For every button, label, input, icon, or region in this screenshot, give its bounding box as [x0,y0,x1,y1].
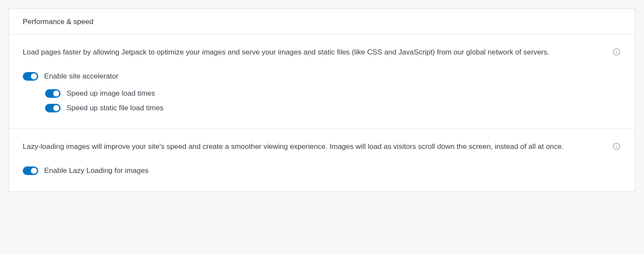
performance-speed-panel: Performance & speed Load pages faster by… [9,9,635,192]
svg-point-2 [617,50,617,51]
info-icon[interactable] [612,47,621,57]
speed-up-static-label: Speed up static file load times [67,103,164,113]
speed-up-images-toggle[interactable] [45,89,61,98]
enable-site-accelerator-toggle[interactable] [23,72,38,81]
accelerator-description: Load pages faster by allowing Jetpack to… [23,46,603,58]
enable-site-accelerator-label: Enable site accelerator [44,71,118,82]
site-accelerator-section: Load pages faster by allowing Jetpack to… [9,34,635,128]
accelerator-sub-options: Speed up image load times Speed up stati… [23,88,621,113]
speed-up-static-row: Speed up static file load times [45,103,621,113]
panel-title: Performance & speed [23,18,621,26]
lazy-loading-section: Lazy-loading images will improve your si… [9,128,635,191]
info-icon[interactable] [612,142,621,151]
panel-header: Performance & speed [9,9,635,34]
lazy-description: Lazy-loading images will improve your si… [23,141,603,153]
section-top: Load pages faster by allowing Jetpack to… [23,46,621,58]
enable-site-accelerator-row: Enable site accelerator [23,71,621,82]
speed-up-images-label: Speed up image load times [67,88,155,99]
enable-lazy-loading-toggle[interactable] [23,166,38,175]
section-top: Lazy-loading images will improve your si… [23,141,621,153]
svg-point-5 [617,145,617,145]
enable-lazy-loading-row: Enable Lazy Loading for images [23,166,621,176]
speed-up-static-toggle[interactable] [45,104,61,112]
enable-lazy-loading-label: Enable Lazy Loading for images [44,166,149,176]
speed-up-images-row: Speed up image load times [45,88,621,99]
